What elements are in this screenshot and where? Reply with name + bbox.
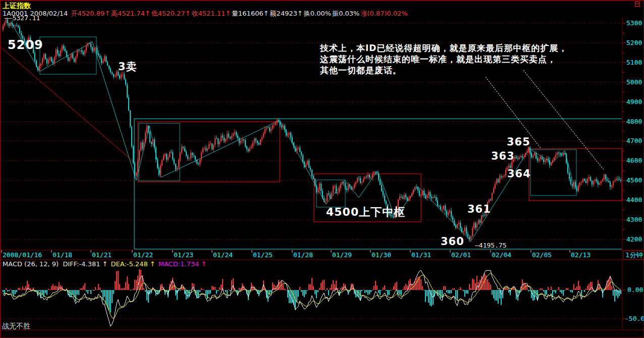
- macd-bar: [549, 289, 550, 290]
- candle-body: [404, 195, 405, 199]
- period-daily-corner-icon[interactable]: 日: [634, 1, 640, 8]
- macd-bar: [467, 290, 468, 294]
- candle-body: [516, 157, 517, 158]
- macd-bar: [404, 286, 405, 290]
- candle-body: [423, 191, 424, 196]
- macd-bar: [10, 289, 11, 290]
- candle-body: [470, 236, 471, 239]
- macd-bar: [460, 287, 461, 290]
- macd-bar: [369, 290, 370, 295]
- candle-body: [613, 181, 614, 185]
- candle-body: [133, 147, 134, 163]
- candle-body: [305, 164, 306, 167]
- candle-body: [548, 159, 549, 161]
- macd-bar: [109, 290, 110, 310]
- macd-bar: [9, 290, 10, 291]
- chart-annotation-label: 4500上下中枢: [326, 205, 405, 220]
- candle-body: [430, 192, 431, 197]
- candle-body: [227, 134, 228, 139]
- macd-bar: [204, 290, 205, 291]
- candle-body: [608, 181, 609, 182]
- macd-bar: [6, 288, 7, 290]
- macd-bar: [445, 286, 446, 290]
- macd-bar: [367, 290, 368, 295]
- candle-body: [327, 194, 328, 201]
- candle-body: [320, 184, 321, 191]
- macd-bar: [316, 290, 317, 298]
- candle-body: [413, 189, 414, 194]
- candle-body: [425, 196, 426, 199]
- candle-body: [551, 163, 552, 165]
- candle-body: [555, 155, 556, 158]
- candle-body: [339, 188, 340, 192]
- candle-body: [545, 160, 546, 162]
- candle-body: [87, 43, 88, 45]
- y-axis-label: 5200.0: [626, 39, 644, 46]
- macd-bar: [493, 290, 494, 298]
- candle-body: [557, 153, 558, 155]
- period-selector[interactable]: 1分钟: [623, 251, 644, 260]
- macd-bar: [399, 290, 400, 295]
- candle-body: [169, 152, 170, 157]
- macd-bar: [322, 280, 323, 290]
- candle-body: [357, 178, 358, 182]
- candle-body: [257, 141, 258, 143]
- candle-body: [59, 54, 60, 56]
- candle-body: [289, 133, 290, 134]
- macd-bar: [202, 289, 203, 290]
- candle-body: [582, 179, 583, 182]
- candle-body: [264, 129, 265, 133]
- y-axis-label: 5100.0: [626, 59, 644, 66]
- candle-body: [163, 156, 164, 160]
- macd-bar: [546, 290, 547, 295]
- candle-body: [458, 223, 459, 224]
- candle-body: [119, 75, 120, 78]
- macd-bar: [457, 290, 458, 300]
- x-axis-label: 01/21: [92, 251, 112, 259]
- candle-body: [107, 62, 108, 65]
- candle-body: [66, 51, 67, 57]
- macd-bar: [22, 286, 23, 290]
- candle-body: [523, 157, 524, 157]
- candle-body: [80, 50, 81, 51]
- candle-body: [526, 152, 527, 153]
- candle-body: [72, 54, 73, 59]
- candle-body: [230, 137, 231, 138]
- candle-body: [598, 181, 599, 184]
- macd-header-part-0: MACD (26, 12, 9) DIFF:-4.381 ↑: [3, 260, 108, 268]
- macd-bar: [490, 284, 491, 290]
- candle-body: [461, 228, 462, 232]
- macd-bar: [98, 284, 99, 290]
- candle-body: [254, 138, 255, 142]
- macd-bar: [331, 284, 332, 290]
- macd-bar: [228, 289, 229, 290]
- macd-bar: [16, 290, 17, 292]
- candle-body: [68, 57, 69, 61]
- candle-body: [266, 127, 267, 129]
- candle-body: [495, 183, 496, 188]
- macd-bar: [443, 286, 444, 290]
- macd-bar: [372, 290, 373, 291]
- candle-body: [475, 223, 476, 228]
- macd-bar: [119, 284, 120, 290]
- macd-bar: [296, 290, 297, 303]
- candle-body: [90, 44, 91, 47]
- macd-bar: [305, 290, 306, 295]
- macd-bar: [308, 284, 309, 290]
- macd-bar: [216, 290, 217, 294]
- macd-bar: [389, 290, 390, 295]
- candle-body: [16, 25, 17, 26]
- candle-body: [187, 156, 188, 159]
- candle-body: [611, 185, 612, 187]
- macd-bar: [221, 284, 222, 290]
- x-axis-label: 2008/01/16: [3, 251, 42, 259]
- macd-bar: [267, 290, 269, 302]
- y-axis-label: 4200.0: [626, 235, 644, 243]
- candle-body: [62, 46, 63, 51]
- candle-body: [378, 173, 379, 180]
- candle-body: [298, 148, 299, 148]
- candle-body: [246, 147, 247, 150]
- candle-body: [319, 184, 320, 190]
- candle-body: [345, 183, 346, 188]
- candle-body: [381, 185, 382, 191]
